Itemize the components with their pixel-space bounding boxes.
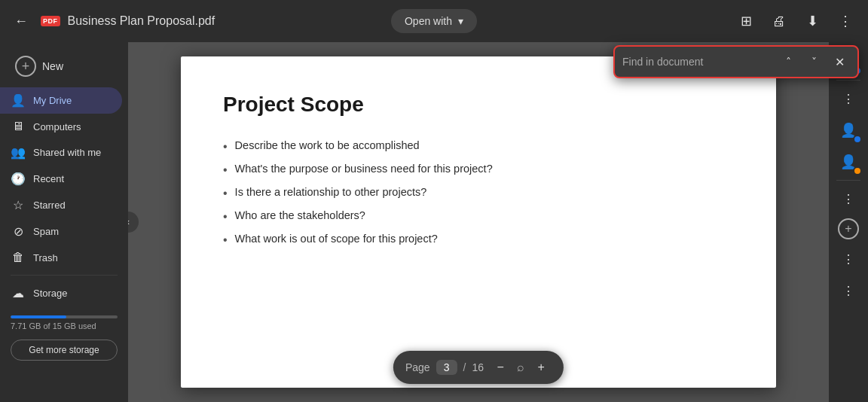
right-panel-avatar-2[interactable]: 👤 <box>835 148 862 175</box>
pdf-bullet-list: Describe the work to be accomplished Wha… <box>223 135 734 251</box>
new-icon: + <box>15 56 36 77</box>
computers-icon: 🖥 <box>11 120 26 133</box>
chevron-down-icon: ▾ <box>458 15 463 27</box>
zoom-out-button[interactable]: − <box>490 357 511 378</box>
right-panel-avatar[interactable]: 👤 <box>835 117 862 144</box>
sidebar-item-recent[interactable]: 🕐 Recent <box>0 166 122 192</box>
right-panel-more-1[interactable]: ⋮ <box>835 85 862 112</box>
list-item: What's the purpose or business need for … <box>223 158 734 181</box>
sidebar-item-my-drive[interactable]: 👤 My Drive <box>0 87 122 114</box>
sidebar-item-storage[interactable]: ☁ Storage <box>0 280 122 306</box>
new-button[interactable]: + New <box>9 51 119 81</box>
find-input[interactable] <box>622 56 773 68</box>
trash-icon: 🗑 <box>11 251 26 264</box>
sidebar-item-label: Spam <box>33 226 59 237</box>
get-storage-button[interactable]: Get more storage <box>11 340 118 361</box>
sidebar-item-label: My Drive <box>33 95 72 106</box>
storage-bar <box>11 315 118 318</box>
open-with-label: Open with <box>405 15 452 27</box>
avatar-badge-orange <box>853 166 862 175</box>
list-item: Is there a relationship to other project… <box>223 181 734 205</box>
page-controls: Page / 16 − ⌕ + <box>393 351 564 384</box>
get-storage-label: Get more storage <box>29 345 99 355</box>
print-icon: 🖨 <box>772 14 786 29</box>
sidebar-item-label: Computers <box>33 121 81 132</box>
sidebar-item-label: Shared with me <box>33 147 101 158</box>
right-panel-more-4[interactable]: ⋮ <box>835 277 862 304</box>
back-button[interactable]: ← <box>9 9 33 33</box>
more-vert-icon: ⋮ <box>839 13 852 29</box>
pdf-title: Project Scope <box>223 93 734 117</box>
find-close-button[interactable]: ✕ <box>829 51 850 72</box>
right-panel-more-icon-1: ⋮ <box>842 92 854 106</box>
page-label: Page <box>405 361 430 373</box>
storage-text: 7.71 GB of 15 GB used <box>11 321 96 330</box>
print-button[interactable]: 🖨 <box>766 8 793 35</box>
top-bar-center: Open with ▾ <box>391 9 477 33</box>
right-panel: ⊞ ⋮ 👤 👤 ⋮ + ⋮ ⋮ <box>829 42 868 402</box>
page-separator: / <box>463 361 466 373</box>
open-with-button[interactable]: Open with ▾ <box>391 9 477 33</box>
main-area: + New 👤 My Drive 🖥 Computers 👥 Shared wi… <box>0 42 868 402</box>
add-icon: + <box>845 222 851 236</box>
page-total: 16 <box>472 361 484 373</box>
collapse-sidebar-button[interactable]: ‹ <box>128 212 139 233</box>
more-options-button[interactable]: ⋮ <box>832 8 859 35</box>
list-item: Who are the stakeholders? <box>223 205 734 228</box>
zoom-in-icon: + <box>537 361 544 374</box>
sidebar-item-label: Recent <box>33 173 64 184</box>
storage-section: 7.71 GB of 15 GB used <box>0 306 128 337</box>
rp-divider-2 <box>836 180 860 181</box>
find-next-button[interactable]: ˅ <box>803 51 824 72</box>
viewer-wrapper: ‹ Project Scope Describe the work to be … <box>128 42 829 402</box>
sidebar: + New 👤 My Drive 🖥 Computers 👥 Shared wi… <box>0 42 128 402</box>
storage-bar-fill <box>11 315 66 318</box>
file-title: Business Plan Proposal.pdf <box>68 14 215 28</box>
close-icon: ✕ <box>835 55 845 69</box>
spam-icon: ⊘ <box>11 224 26 239</box>
find-prev-button[interactable]: ˄ <box>778 51 799 72</box>
back-icon: ← <box>14 14 28 29</box>
zoom-magnifier-icon: ⌕ <box>517 361 524 374</box>
pdf-document: Project Scope Describe the work to be ac… <box>181 56 776 388</box>
list-item: What work is out of scope for this proje… <box>223 228 734 251</box>
add-grid-icon: ⊞ <box>741 13 752 29</box>
my-drive-icon: 👤 <box>11 93 26 108</box>
sidebar-divider <box>11 275 118 276</box>
download-icon: ⬇ <box>807 13 818 29</box>
add-grid-button[interactable]: ⊞ <box>732 8 760 35</box>
list-item: Describe the work to be accomplished <box>223 135 734 158</box>
chevron-down-small-icon: ˅ <box>811 56 817 68</box>
sidebar-item-shared[interactable]: 👥 Shared with me <box>0 139 122 166</box>
zoom-out-icon: − <box>497 361 503 374</box>
right-panel-add-button[interactable]: + <box>838 218 859 239</box>
download-button[interactable]: ⬇ <box>799 8 826 35</box>
sidebar-item-starred[interactable]: ☆ Starred <box>0 192 122 218</box>
page-number-input[interactable] <box>436 360 457 375</box>
storage-icon: ☁ <box>11 286 26 300</box>
right-panel-more-icon-3: ⋮ <box>842 252 854 266</box>
top-bar: ← PDF Business Plan Proposal.pdf Open wi… <box>0 0 868 42</box>
new-label: New <box>42 60 63 72</box>
right-panel-more-icon-4: ⋮ <box>842 284 854 298</box>
starred-icon: ☆ <box>11 198 26 212</box>
recent-icon: 🕐 <box>11 172 26 186</box>
sidebar-item-label: Starred <box>33 199 66 211</box>
find-bar: ˄ ˅ ✕ <box>613 45 859 78</box>
avatar-badge-blue <box>853 135 862 144</box>
sidebar-item-spam[interactable]: ⊘ Spam <box>0 218 122 245</box>
pdf-badge: PDF <box>41 16 60 26</box>
sidebar-item-trash[interactable]: 🗑 Trash <box>0 245 122 270</box>
top-bar-right: ⊞ 🖨 ⬇ ⋮ <box>477 8 859 35</box>
sidebar-item-label: Trash <box>33 252 58 263</box>
chevron-up-icon: ˄ <box>786 56 791 68</box>
sidebar-item-label: Storage <box>33 288 68 299</box>
right-panel-more-2[interactable]: ⋮ <box>835 185 862 212</box>
shared-icon: 👥 <box>11 145 26 160</box>
right-panel-more-icon-2: ⋮ <box>842 192 854 206</box>
sidebar-item-computers[interactable]: 🖥 Computers <box>0 114 122 139</box>
right-panel-more-3[interactable]: ⋮ <box>835 245 862 273</box>
zoom-in-button[interactable]: + <box>530 357 552 378</box>
top-bar-left: ← PDF Business Plan Proposal.pdf <box>9 9 391 33</box>
collapse-icon: ‹ <box>128 217 130 227</box>
